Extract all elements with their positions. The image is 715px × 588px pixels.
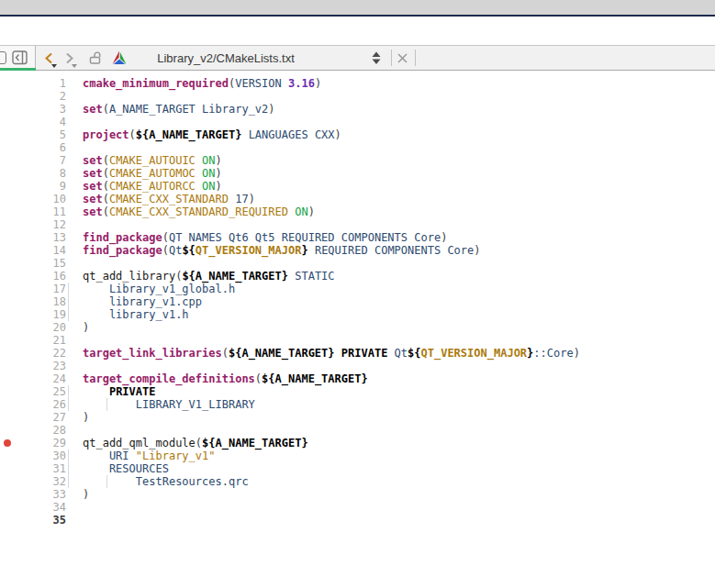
code-line[interactable]: 14find_package(Qt${QT_VERSION_MAJOR} REQ… [0,244,715,257]
line-number[interactable]: 13 [0,231,75,244]
tab-title[interactable]: Library_v2/CMakeLists.txt [36,51,416,65]
code-text[interactable] [75,218,715,231]
code-text[interactable]: set(CMAKE_CXX_STANDARD 17) [75,193,715,205]
line-number[interactable]: 27 [0,411,75,424]
line-number[interactable]: 21 [0,334,75,347]
code-line[interactable]: 18 library_v1.cpp [0,295,715,308]
line-number[interactable]: 19 [0,308,75,321]
code-line[interactable]: 2 [0,90,715,103]
code-text[interactable]: LIBRARY_V1_LIBRARY [75,398,715,411]
collapse-left-sidebar-icon[interactable] [12,50,28,65]
code-text[interactable] [75,334,715,347]
error-marker-icon[interactable] [4,439,11,447]
line-number[interactable]: 23 [0,360,75,372]
code-text[interactable]: project(${A_NAME_TARGET} LANGUAGES CXX) [75,128,715,141]
code-line[interactable]: 23 [0,360,715,372]
code-line[interactable]: 4 [0,116,715,128]
line-number[interactable]: 32 [0,475,75,488]
code-text[interactable]: ) [75,411,715,424]
code-editor[interactable]: 1cmake_minimum_required(VERSION 3.16)23s… [0,72,715,588]
code-line[interactable]: 31 RESOURCES [0,462,715,475]
window-panel-icon[interactable] [0,51,6,64]
code-text[interactable]: set(CMAKE_AUTORCC ON) [75,180,715,193]
line-number[interactable]: 25 [0,385,75,398]
line-number[interactable]: 1 [0,77,75,90]
code-line[interactable]: 29qt_add_qml_module(${A_NAME_TARGET} [0,437,715,449]
code-line[interactable]: 11set(CMAKE_CXX_STANDARD_REQUIRED ON) [0,205,715,218]
code-text[interactable]: find_package(Qt${QT_VERSION_MAJOR} REQUI… [75,244,715,257]
code-line[interactable]: 7set(CMAKE_AUTOUIC ON) [0,154,715,167]
code-line[interactable]: 10set(CMAKE_CXX_STANDARD 17) [0,193,715,205]
code-line[interactable]: 24target_compile_definitions(${A_NAME_TA… [0,372,715,385]
code-text[interactable]: Library_v1_global.h [75,283,715,295]
code-line[interactable]: 5project(${A_NAME_TARGET} LANGUAGES CXX) [0,128,715,141]
line-number[interactable]: 16 [0,270,75,283]
code-text[interactable]: ) [75,321,715,334]
code-text[interactable] [75,116,715,128]
line-number[interactable]: 34 [0,501,75,514]
code-line[interactable]: 1cmake_minimum_required(VERSION 3.16) [0,77,715,90]
code-text[interactable]: cmake_minimum_required(VERSION 3.16) [75,77,715,90]
code-text[interactable] [75,514,715,527]
code-line[interactable]: 32 TestResources.qrc [0,475,715,488]
open-documents-spinner-icon[interactable] [370,50,383,66]
code-line[interactable]: 16qt_add_library(${A_NAME_TARGET} STATIC [0,270,715,283]
code-text[interactable]: set(CMAKE_AUTOMOC ON) [75,167,715,180]
code-line[interactable]: 17 Library_v1_global.h [0,283,715,295]
line-number[interactable]: 28 [0,424,75,437]
close-document-button[interactable] [396,51,409,65]
code-text[interactable] [75,424,715,437]
code-text[interactable]: qt_add_library(${A_NAME_TARGET} STATIC [75,270,715,283]
line-number[interactable]: 15 [0,257,75,270]
code-text[interactable]: URI "Library_v1" [75,449,715,462]
code-line[interactable]: 22target_link_libraries(${A_NAME_TARGET}… [0,347,715,360]
line-number[interactable]: 2 [0,90,75,103]
code-line[interactable]: 13find_package(QT NAMES Qt6 Qt5 REQUIRED… [0,231,715,244]
code-text[interactable]: PRIVATE [75,385,715,398]
code-line[interactable]: 8set(CMAKE_AUTOMOC ON) [0,167,715,180]
code-line[interactable]: 28 [0,424,715,437]
code-line[interactable]: 27) [0,411,715,424]
code-line[interactable]: 20) [0,321,715,334]
line-number[interactable]: 10 [0,193,75,205]
code-text[interactable] [75,141,715,154]
code-line[interactable]: 6 [0,141,715,154]
code-text[interactable]: set(A_NAME_TARGET Library_v2) [75,103,715,116]
line-number[interactable]: 3 [0,103,75,116]
line-number[interactable]: 29 [0,437,75,449]
code-text[interactable]: TestResources.qrc [75,475,715,488]
code-text[interactable]: RESOURCES [75,462,715,475]
code-line[interactable]: 3set(A_NAME_TARGET Library_v2) [0,103,715,116]
code-text[interactable] [75,501,715,514]
line-number[interactable]: 24 [0,372,75,385]
code-line[interactable]: 12 [0,218,715,231]
code-text[interactable]: find_package(QT NAMES Qt6 Qt5 REQUIRED C… [75,231,715,244]
line-number[interactable]: 33 [0,488,75,501]
code-line[interactable]: 30 URI "Library_v1" [0,449,715,462]
code-text[interactable] [75,90,715,103]
line-number[interactable]: 6 [0,141,75,154]
code-line[interactable]: 25 PRIVATE [0,385,715,398]
code-text[interactable]: ) [75,488,715,501]
line-number[interactable]: 4 [0,116,75,128]
code-line[interactable]: 35 [0,514,715,527]
line-number[interactable]: 12 [0,218,75,231]
line-number[interactable]: 11 [0,205,75,218]
line-number[interactable]: 31 [0,462,75,475]
line-number[interactable]: 18 [0,295,75,308]
line-number[interactable]: 8 [0,167,75,180]
code-line[interactable]: 21 [0,334,715,347]
code-text[interactable]: set(CMAKE_CXX_STANDARD_REQUIRED ON) [75,205,715,218]
line-number[interactable]: 26 [0,398,75,411]
line-number[interactable]: 30 [0,449,75,462]
line-number[interactable]: 9 [0,180,75,193]
line-number[interactable]: 20 [0,321,75,334]
code-text[interactable]: qt_add_qml_module(${A_NAME_TARGET} [75,437,715,449]
code-line[interactable]: 33) [0,488,715,501]
code-text[interactable]: target_compile_definitions(${A_NAME_TARG… [75,372,715,385]
code-text[interactable]: library_v1.cpp [75,295,715,308]
code-line[interactable]: 26 LIBRARY_V1_LIBRARY [0,398,715,411]
code-text[interactable] [75,257,715,270]
line-number[interactable]: 5 [0,128,75,141]
line-number-current[interactable]: 35 [0,514,75,527]
